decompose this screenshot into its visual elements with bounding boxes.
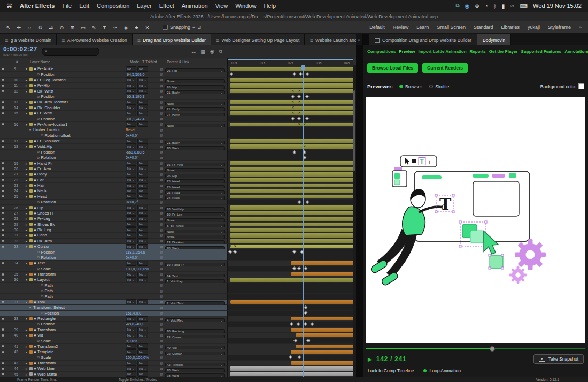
layer-visibility-icon[interactable] — [2, 207, 4, 209]
stopwatch-icon[interactable]: ⊙ — [37, 150, 40, 154]
track-matte-dropdown[interactable]: No ⌄ — [137, 105, 148, 110]
track-lane[interactable] — [227, 249, 356, 255]
mode-dropdown[interactable]: No ⌄ — [126, 366, 136, 371]
twirl-icon[interactable]: ▾ — [25, 123, 28, 126]
column-layer-name[interactable]: Layer Name — [30, 60, 50, 64]
layer-visibility-icon[interactable] — [2, 167, 4, 170]
property-value[interactable]: -65,8,195,3 — [126, 95, 144, 98]
layer-visibility-icon[interactable] — [2, 106, 4, 109]
track-matte-dropdown[interactable]: No ⌄ — [137, 205, 148, 210]
orbit-camera-tool[interactable]: ↻ — [36, 25, 44, 30]
layer-visibility-icon[interactable] — [2, 112, 4, 114]
twirl-icon[interactable]: ▾ — [25, 317, 28, 320]
label-color-swatch[interactable] — [29, 145, 33, 148]
layer-visibility-icon[interactable] — [2, 351, 4, 353]
keyframe-diamond[interactable] — [305, 95, 308, 98]
track-lane[interactable] — [227, 200, 356, 205]
property-value[interactable]: 0,0,0% — [126, 339, 137, 343]
layer-visibility-icon[interactable] — [2, 162, 4, 164]
label-color-swatch[interactable] — [29, 140, 33, 143]
column-mode[interactable]: Mode — [130, 60, 140, 64]
track-lane[interactable] — [227, 83, 356, 88]
layer-visibility-icon[interactable] — [2, 85, 4, 87]
twirl-icon[interactable]: ▾ — [25, 333, 28, 337]
layer-duration-bar[interactable] — [230, 233, 354, 237]
mode-dropdown[interactable]: No ⌄ — [126, 144, 136, 149]
brush-tool[interactable]: ✑ — [111, 25, 119, 30]
layer-visibility-icon[interactable] — [2, 273, 4, 276]
track-lane[interactable] — [227, 322, 356, 327]
bodymovin-nav-preview[interactable]: Preview — [399, 49, 415, 54]
preview-canvas[interactable]: T + — [366, 97, 585, 343]
layer-duration-bar[interactable] — [230, 144, 354, 148]
layer-duration-bar[interactable] — [291, 261, 354, 265]
track-lane[interactable] — [227, 227, 356, 233]
mode-dropdown[interactable]: No ⌄ — [126, 216, 136, 221]
keyframe-marker[interactable]: ✕ — [298, 122, 300, 127]
twirl-icon[interactable]: ▸ — [25, 172, 28, 176]
label-color-swatch[interactable] — [29, 350, 33, 354]
mode-dropdown[interactable]: No ⌄ — [126, 172, 136, 177]
twirl-icon[interactable]: ▾ — [25, 144, 28, 148]
mode-dropdown[interactable]: No ⌄ — [126, 66, 136, 72]
track-matte-dropdown[interactable]: No ⌄ — [137, 66, 148, 72]
stopwatch-icon[interactable]: ⊙ — [37, 322, 40, 326]
keyframe-marker[interactable]: ✕ — [291, 111, 294, 116]
timeline-search-input[interactable]: ⌕ — [42, 48, 99, 56]
menu-composition[interactable]: Composition — [97, 3, 129, 9]
track-lane[interactable] — [227, 327, 356, 333]
track-lane[interactable]: ✕✕ — [227, 244, 356, 249]
keyframe-diamond[interactable] — [298, 266, 301, 270]
mode-dropdown[interactable]: No ⌄ — [126, 161, 136, 166]
keyframe-diamond[interactable] — [298, 95, 301, 98]
label-color-swatch[interactable] — [29, 228, 33, 232]
layer-visibility-icon[interactable] — [2, 190, 4, 192]
snapping-control[interactable]: Snapping ⌖ ⊿ — [163, 25, 202, 30]
layer-duration-bar[interactable] — [296, 333, 354, 337]
layer-visibility-icon[interactable] — [2, 79, 4, 81]
track-matte-dropdown[interactable]: No ⌄ — [137, 83, 148, 88]
track-lane[interactable] — [227, 294, 356, 299]
track-lane[interactable] — [227, 283, 356, 288]
layer-visibility-icon[interactable] — [2, 318, 4, 320]
track-matte-dropdown[interactable]: No ⌄ — [137, 238, 148, 243]
layer-duration-bar[interactable] — [291, 361, 354, 365]
menu-view[interactable]: View — [215, 3, 228, 9]
take-snapshot-button[interactable]: Take Snapshot — [533, 354, 584, 364]
toggle-switches-modes[interactable]: Toggle Switches / Modes — [119, 378, 157, 381]
twirl-icon[interactable]: ▾ — [25, 278, 28, 281]
track-lane[interactable] — [227, 239, 356, 244]
layer-visibility-icon[interactable] — [2, 195, 4, 197]
column-track-matte[interactable]: T TrkMat — [142, 60, 157, 64]
workspace-libraries[interactable]: Libraries — [501, 25, 520, 30]
layer-duration-bar[interactable] — [291, 317, 354, 320]
motion-blur-icon[interactable]: ◉ — [210, 49, 214, 55]
track-matte-dropdown[interactable]: No ⌄ — [137, 361, 148, 366]
preview-progress-bar[interactable] — [366, 348, 585, 349]
layer-visibility-icon[interactable] — [2, 334, 4, 337]
label-color-swatch[interactable] — [29, 211, 33, 215]
stopwatch-icon[interactable]: ⊙ — [41, 133, 43, 137]
track-matte-dropdown[interactable]: No ⌄ — [137, 233, 148, 238]
label-color-swatch[interactable] — [29, 278, 33, 281]
bluetooth-icon[interactable]: ᛒ — [493, 3, 497, 9]
keyframe-marker[interactable]: ✕ — [291, 100, 294, 104]
layer-duration-bar[interactable] — [230, 195, 354, 198]
property-value[interactable]: 301,1,-47,4 — [126, 117, 144, 121]
label-color-swatch[interactable] — [29, 317, 33, 320]
track-lane[interactable] — [227, 205, 356, 210]
battery-icon[interactable]: ▮ — [502, 3, 505, 9]
keyframe-diamond[interactable] — [297, 322, 300, 325]
bodymovin-nav-compositions[interactable]: Compositions — [367, 49, 396, 54]
track-matte-dropdown[interactable]: No ⌄ — [137, 221, 148, 227]
twirl-icon[interactable]: ▸ — [25, 366, 28, 370]
keyframe-marker[interactable]: ✕ — [291, 89, 294, 94]
mode-dropdown[interactable]: No ⌄ — [126, 371, 136, 377]
twirl-icon[interactable]: ▾ — [25, 89, 28, 93]
twirl-icon[interactable]: ▸ — [25, 139, 28, 143]
track-lane[interactable] — [227, 116, 356, 121]
twirl-icon[interactable]: ▸ — [25, 345, 28, 348]
layer-duration-bar[interactable] — [230, 366, 354, 370]
stopwatch-icon[interactable]: ⊙ — [41, 283, 43, 287]
mode-dropdown[interactable]: No ⌄ — [126, 227, 136, 233]
